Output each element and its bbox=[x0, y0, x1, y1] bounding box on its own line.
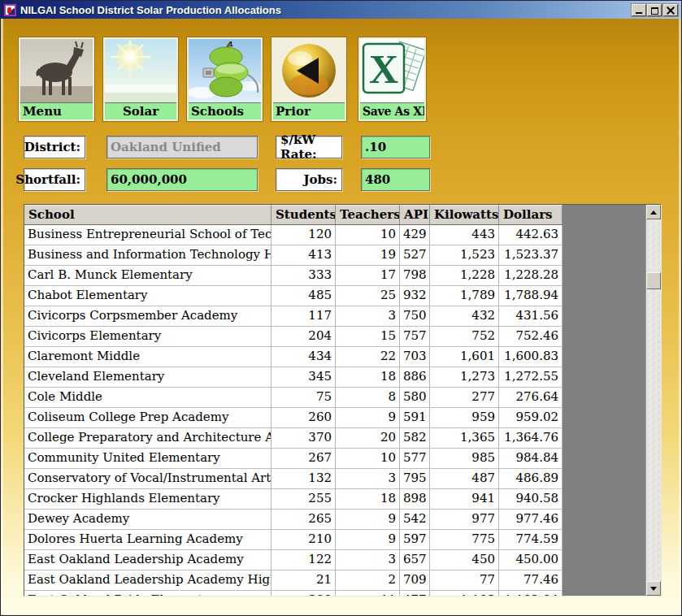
table-row[interactable]: East Oakland Leadership Academy122365745… bbox=[24, 550, 645, 570]
cell-dollars: 940.58 bbox=[499, 489, 563, 510]
scrollbar-thumb[interactable] bbox=[646, 272, 661, 289]
table-row[interactable]: Business Entrepreneurial School of Tec12… bbox=[24, 225, 645, 245]
table-row[interactable]: Dewey Academy2659542977977.46 bbox=[24, 510, 645, 530]
cell-students: 485 bbox=[271, 286, 336, 306]
cell-kilowatts: 1,273 bbox=[430, 367, 499, 388]
solar-button-label: Solar bbox=[105, 103, 176, 119]
cell-api: 757 bbox=[400, 327, 430, 347]
table-row[interactable]: Conservatory of Vocal/Instrumental Art13… bbox=[24, 469, 645, 489]
district-field[interactable]: Oakland Unified bbox=[106, 136, 258, 158]
rate-field[interactable]: .10 bbox=[361, 136, 430, 158]
cell-teachers: 3 bbox=[336, 469, 400, 489]
cell-students: 210 bbox=[271, 530, 336, 550]
prior-button-label: Prior bbox=[273, 103, 345, 119]
table-row[interactable]: East Oakland Leadership Academy High2127… bbox=[24, 570, 645, 591]
cell-api: 582 bbox=[400, 428, 430, 449]
cell-kilowatts: 977 bbox=[430, 510, 499, 530]
cell-kilowatts: 1,789 bbox=[430, 286, 499, 306]
maximize-icon bbox=[651, 7, 658, 15]
cell-dollars: 442.63 bbox=[499, 225, 563, 245]
table-row[interactable]: Cole Middle758580277276.64 bbox=[24, 388, 645, 408]
schools-button[interactable]: 1 Schools bbox=[187, 37, 263, 121]
cell-kilowatts: 959 bbox=[430, 408, 499, 428]
minimize-icon bbox=[636, 12, 642, 14]
column-header-teachers: Teachers bbox=[336, 205, 400, 225]
cell-school: East Oakland Leadership Academy High bbox=[24, 570, 271, 591]
cell-teachers: 10 bbox=[336, 225, 400, 245]
schools-badge: 1 bbox=[229, 40, 233, 48]
cell-teachers: 9 bbox=[336, 510, 400, 530]
table-row[interactable]: Carl B. Munck Elementary333177981,2281,2… bbox=[24, 266, 645, 286]
back-arrow-orb-icon bbox=[273, 39, 345, 103]
table-row[interactable]: Coliseum College Prep Academy26095919599… bbox=[24, 408, 645, 428]
column-header-kilowatts: Kilowatts bbox=[430, 205, 499, 225]
cell-teachers: 9 bbox=[336, 408, 400, 428]
cell-teachers: 20 bbox=[336, 428, 400, 449]
table-row[interactable]: Civicorps Corpsmember Academy11737504324… bbox=[24, 306, 645, 327]
table-row[interactable]: Cleveland Elementary345188861,2731,272.5… bbox=[24, 367, 645, 388]
cell-dollars: 1,228.28 bbox=[499, 266, 563, 286]
cell-kilowatts: 1,601 bbox=[430, 347, 499, 367]
cell-students: 117 bbox=[271, 306, 336, 327]
shortfall-field[interactable]: 60,000,000 bbox=[106, 168, 258, 191]
cell-school: Chabot Elementary bbox=[24, 286, 271, 306]
sun-icon bbox=[105, 39, 176, 103]
cell-dollars: 1,102.84 bbox=[499, 591, 563, 596]
table-row[interactable]: East Oakland Pride Elementary300114771,1… bbox=[24, 591, 645, 596]
cell-school: Cole Middle bbox=[24, 388, 271, 408]
column-header-dollars: Dollars bbox=[499, 205, 563, 225]
table-row[interactable]: Crocker Highlands Elementary255188989419… bbox=[24, 489, 645, 510]
menu-button[interactable]: Menu bbox=[19, 37, 94, 121]
table-row[interactable]: Civicorps Elementary20415757752752.46 bbox=[24, 327, 645, 347]
jobs-field[interactable]: 480 bbox=[361, 168, 430, 191]
cell-api: 750 bbox=[400, 306, 430, 327]
cell-teachers: 22 bbox=[336, 347, 400, 367]
solar-button[interactable]: Solar bbox=[103, 37, 178, 121]
vertical-scrollbar[interactable] bbox=[645, 205, 661, 596]
cell-dollars: 959.02 bbox=[499, 408, 563, 428]
cell-students: 120 bbox=[271, 225, 336, 245]
cell-school: Business and Information Technology H bbox=[24, 245, 271, 266]
scrollbar-track[interactable] bbox=[646, 219, 661, 581]
table-row[interactable]: Community United Elementary2671057798598… bbox=[24, 449, 645, 469]
cell-api: 703 bbox=[400, 347, 430, 367]
cell-kilowatts: 775 bbox=[430, 530, 499, 550]
schools-table: School Students Teachers API Kilowatts D… bbox=[24, 204, 662, 596]
cell-api: 657 bbox=[400, 550, 430, 570]
app-icon[interactable] bbox=[4, 4, 16, 16]
table-row[interactable]: College Preparatory and Architecture A37… bbox=[24, 428, 645, 449]
table-row[interactable]: Business and Information Technology H413… bbox=[24, 245, 645, 266]
cell-api: 597 bbox=[400, 530, 430, 550]
column-header-api: API bbox=[400, 205, 430, 225]
cell-teachers: 11 bbox=[336, 591, 400, 596]
cell-api: 932 bbox=[400, 286, 430, 306]
save-as-xls-button[interactable]: X Save As XLS bbox=[358, 37, 426, 121]
cell-students: 434 bbox=[271, 347, 336, 367]
cell-kilowatts: 77 bbox=[430, 570, 499, 591]
excel-icon: X bbox=[360, 39, 424, 103]
table-row[interactable]: Chabot Elementary485259321,7891,788.94 bbox=[24, 286, 645, 306]
cell-school: Civicorps Corpsmember Academy bbox=[24, 306, 271, 327]
cell-students: 345 bbox=[271, 367, 336, 388]
cell-teachers: 3 bbox=[336, 550, 400, 570]
district-label: District: bbox=[24, 136, 85, 158]
cell-teachers: 10 bbox=[336, 449, 400, 469]
cell-school: Crocker Highlands Elementary bbox=[24, 489, 271, 510]
prior-button[interactable]: Prior bbox=[271, 37, 346, 121]
title-bar[interactable]: NILGAI School District Solar Production … bbox=[1, 1, 681, 19]
minimize-button[interactable] bbox=[632, 4, 646, 16]
cell-dollars: 1,364.76 bbox=[499, 428, 563, 449]
cell-teachers: 3 bbox=[336, 306, 400, 327]
close-button[interactable] bbox=[663, 4, 678, 16]
jobs-label: Jobs: bbox=[276, 168, 342, 191]
scroll-down-button[interactable] bbox=[646, 581, 661, 596]
scroll-up-button[interactable] bbox=[646, 205, 661, 219]
cell-kilowatts: 277 bbox=[430, 388, 499, 408]
table-row[interactable]: Claremont Middle434227031,6011,600.83 bbox=[24, 347, 645, 367]
cell-students: 413 bbox=[271, 245, 336, 266]
cell-kilowatts: 1,523 bbox=[430, 245, 499, 266]
cell-kilowatts: 1,228 bbox=[430, 266, 499, 286]
svg-text:X: X bbox=[369, 46, 398, 92]
table-row[interactable]: Dolores Huerta Learning Academy210959777… bbox=[24, 530, 645, 550]
maximize-button[interactable] bbox=[647, 4, 662, 16]
